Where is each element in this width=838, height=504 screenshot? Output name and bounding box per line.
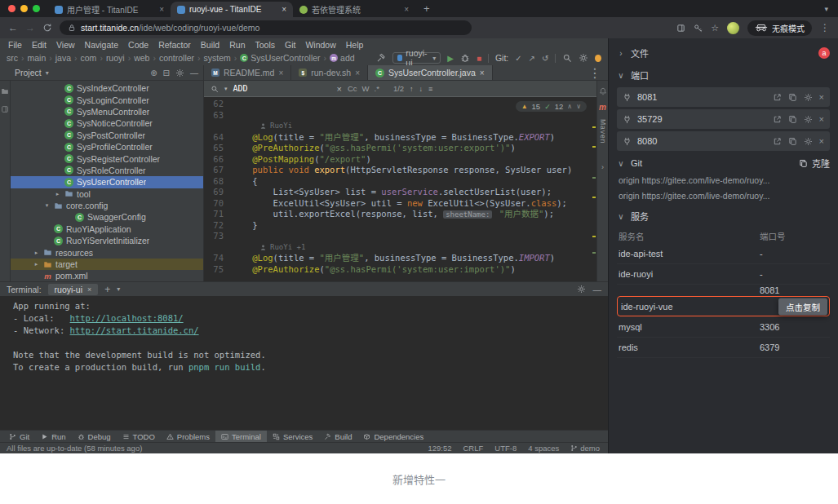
tool-button-problems[interactable]: Problems bbox=[161, 431, 215, 442]
minimize-window-button[interactable] bbox=[20, 5, 28, 12]
close-icon[interactable]: × bbox=[337, 84, 342, 94]
menu-item[interactable]: Window bbox=[300, 40, 340, 50]
files-section-header[interactable]: › 文件 a bbox=[617, 43, 830, 63]
git-commit-button[interactable]: ✓ bbox=[515, 54, 521, 63]
reload-button[interactable] bbox=[42, 23, 52, 33]
service-row[interactable]: mysql3306 bbox=[617, 317, 830, 338]
chevron-down-icon[interactable]: ▾ bbox=[224, 86, 228, 92]
url-bar[interactable]: start.titanide.cn/ide/web/coding/ruoyi-v… bbox=[60, 20, 472, 35]
close-tab-icon[interactable]: × bbox=[278, 69, 283, 77]
services-section-header[interactable]: ∨ 服务 bbox=[617, 206, 830, 226]
open-port-icon[interactable] bbox=[773, 115, 782, 124]
git-section-header[interactable]: ∨ Git 克隆 bbox=[617, 153, 830, 173]
breadcrumb-item[interactable]: com bbox=[81, 53, 97, 63]
close-tab-icon[interactable]: × bbox=[355, 69, 360, 77]
browser-menu-button[interactable]: ⋮ bbox=[820, 22, 830, 33]
project-tool-icon[interactable] bbox=[1, 87, 9, 95]
bookmark-star-icon[interactable]: ☆ bbox=[711, 23, 719, 33]
locate-icon[interactable]: ⊕ bbox=[150, 69, 157, 77]
editor-tab[interactable]: MREADME.md× bbox=[204, 65, 291, 80]
hide-panel-icon[interactable]: — bbox=[190, 69, 198, 77]
breadcrumb-item[interactable]: ruoyi bbox=[106, 53, 125, 63]
tool-button-git[interactable]: Git bbox=[3, 431, 35, 442]
open-port-icon[interactable] bbox=[773, 93, 782, 102]
chevron-up-icon[interactable]: ∧ bbox=[567, 103, 572, 110]
chevron-down-icon[interactable]: ∨ bbox=[576, 103, 581, 110]
indent-setting[interactable]: 4 spaces bbox=[528, 444, 559, 453]
menu-item[interactable]: Help bbox=[341, 40, 369, 50]
project-tree-item[interactable]: ▸target bbox=[11, 259, 203, 270]
inspections-widget[interactable]: ▲ 15 ✓ 12 ∧ ∨ bbox=[516, 101, 587, 112]
menu-item[interactable]: View bbox=[51, 40, 80, 50]
tool-button-services[interactable]: Services bbox=[267, 431, 318, 442]
line-ending[interactable]: CRLF bbox=[463, 444, 483, 453]
git-update-button[interactable]: ↺ bbox=[542, 54, 548, 63]
breadcrumb-item[interactable]: java bbox=[55, 53, 71, 63]
settings-gear-icon[interactable] bbox=[175, 69, 184, 77]
menu-item[interactable]: Navigate bbox=[80, 40, 123, 50]
filter-icon[interactable]: ≡ bbox=[428, 85, 432, 93]
breadcrumb-item[interactable]: system bbox=[204, 53, 231, 63]
close-tab-icon[interactable]: × bbox=[282, 5, 286, 14]
debug-button[interactable] bbox=[460, 53, 470, 63]
browser-tab[interactable]: 用户管理 - TitanIDE× bbox=[48, 2, 171, 17]
tool-button-debug[interactable]: Debug bbox=[72, 431, 117, 442]
port-settings-icon[interactable] bbox=[804, 93, 813, 102]
project-tree-item[interactable]: mpom.xml bbox=[11, 270, 203, 281]
git-branch[interactable]: demo bbox=[570, 444, 600, 453]
project-tree-item[interactable]: CSysMenuController bbox=[11, 106, 203, 117]
search-icon[interactable] bbox=[562, 53, 572, 63]
close-port-icon[interactable]: × bbox=[819, 92, 824, 102]
forward-button[interactable]: → bbox=[25, 22, 35, 33]
side-panel-icon[interactable] bbox=[676, 24, 685, 33]
close-icon[interactable]: × bbox=[87, 285, 91, 294]
menu-item[interactable]: File bbox=[3, 40, 27, 50]
browser-tab[interactable]: 若依管理系统× bbox=[293, 2, 415, 17]
editor-tab[interactable]: $run-dev.sh× bbox=[291, 65, 368, 80]
project-tree-item[interactable]: ▸resources bbox=[11, 246, 203, 258]
tool-button-run[interactable]: Run bbox=[35, 431, 71, 442]
menu-item[interactable]: Tools bbox=[250, 40, 280, 50]
profile-avatar[interactable] bbox=[727, 22, 739, 34]
zoom-window-button[interactable] bbox=[33, 5, 40, 12]
collapse-all-icon[interactable]: ⊟ bbox=[163, 69, 170, 77]
menu-item[interactable]: Code bbox=[123, 40, 153, 50]
service-row-highlighted[interactable]: ide-ruoyi-vue点击复制 bbox=[617, 296, 830, 316]
project-tree-item[interactable]: CSysProfileController bbox=[11, 141, 203, 153]
stop-button[interactable]: ■ bbox=[477, 54, 481, 63]
breadcrumb-item[interactable]: main bbox=[28, 53, 47, 63]
port-row[interactable]: 8080× bbox=[617, 131, 830, 151]
close-tab-icon[interactable]: × bbox=[159, 5, 164, 14]
menu-item[interactable]: Build bbox=[196, 40, 224, 50]
caret-position[interactable]: 129:52 bbox=[428, 444, 451, 453]
open-port-icon[interactable] bbox=[773, 137, 782, 146]
close-tab-icon[interactable]: × bbox=[404, 5, 409, 14]
new-terminal-button[interactable]: + bbox=[104, 284, 110, 295]
close-port-icon[interactable]: × bbox=[819, 114, 824, 124]
tool-button-build[interactable]: Build bbox=[318, 431, 357, 442]
git-push-button[interactable]: ↗ bbox=[529, 54, 535, 63]
project-tree-item[interactable]: CSysIndexController bbox=[11, 82, 203, 94]
git-remote[interactable]: origin https://gitee.com/live-demo/ruoy.… bbox=[617, 173, 830, 188]
build-icon[interactable] bbox=[376, 53, 386, 63]
project-tree-item[interactable]: CRuoYiServletInitializer bbox=[11, 235, 203, 246]
project-tree-item[interactable]: ▸tool bbox=[11, 188, 203, 200]
maven-tool-label[interactable]: Maven bbox=[599, 119, 607, 144]
tool-button-terminal[interactable]: Terminal bbox=[215, 431, 267, 442]
copy-port-icon[interactable] bbox=[788, 137, 797, 146]
port-row[interactable]: 35729× bbox=[617, 109, 830, 129]
close-port-icon[interactable]: × bbox=[819, 136, 824, 146]
git-remote[interactable]: origin https://gitee.com/live-demo/ruoy.… bbox=[617, 188, 830, 204]
tool-button-dependencies[interactable]: Dependencies bbox=[357, 431, 429, 442]
terminal-tab[interactable]: ruoyi-ui× bbox=[48, 284, 99, 295]
notifications-icon[interactable] bbox=[599, 87, 607, 95]
project-tree-item[interactable]: ▾core.config bbox=[11, 200, 203, 211]
project-tree-item[interactable]: CSysNoticeController bbox=[11, 117, 203, 129]
find-input[interactable]: ADD bbox=[233, 84, 331, 93]
settings-gear-icon[interactable] bbox=[577, 285, 586, 294]
project-tree-item[interactable]: CSysLoginController bbox=[11, 94, 203, 105]
breadcrumb-item[interactable]: madd bbox=[330, 53, 355, 63]
service-row[interactable]: ide-ruoyi- bbox=[617, 264, 830, 285]
project-tree-item[interactable]: CSysRegisterController bbox=[11, 153, 203, 164]
terminal-link[interactable]: http://localhost:8081/ bbox=[70, 313, 184, 323]
